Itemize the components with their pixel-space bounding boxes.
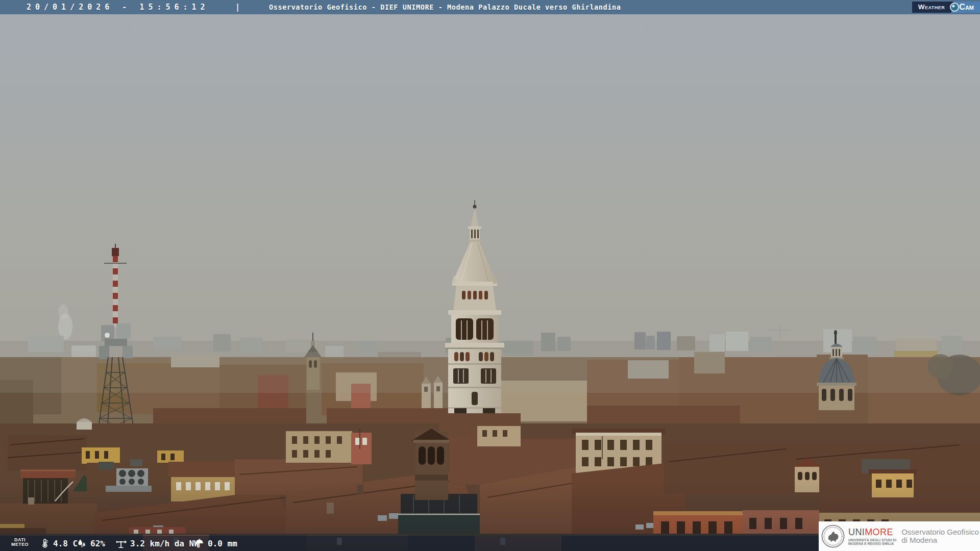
weathercam-weather-label: Weather (912, 2, 953, 13)
observatory-name: Osservatorio Geofisico di Modena (901, 528, 979, 545)
humidity-icon (76, 538, 87, 549)
unimore-wordmark: UNIMORE UNIVERSITÀ DEGLI STUDI DI MODENA… (848, 528, 896, 545)
weather-bar-label-line2: METEO (9, 542, 31, 547)
weather-bar-label: DATI METEO (9, 538, 31, 547)
white-cupola (77, 422, 92, 430)
unimore-seal-logo (821, 524, 845, 548)
timestamp: 20/01/2026 - 15:56:12 (27, 3, 209, 12)
umbrella-icon (194, 538, 205, 549)
wind-vane-icon (115, 538, 127, 549)
weathercam-logo: Weather Cam (912, 2, 980, 13)
humidity-value: 62% (90, 539, 105, 548)
unimore-branding: UNIMORE UNIVERSITÀ DEGLI STUDI DI MODENA… (819, 521, 980, 551)
webcam-view: 20/01/2026 - 15:56:12 | Osservatorio Geo… (0, 0, 980, 551)
humidity-reading: 62% (76, 536, 105, 551)
city-photo (0, 0, 980, 551)
weathercam-globe-icon (950, 3, 959, 12)
wind-value: 3.2 km/h da NW (130, 539, 199, 548)
unimore-text-more: MORE (865, 527, 893, 537)
rain-reading: 0.0 mm (194, 536, 237, 551)
temperature-value: 4.8 C (53, 539, 78, 548)
wind-reading: 3.2 km/h da NW (115, 536, 199, 551)
thermometer-icon (40, 538, 50, 549)
university-name-line1: UNIVERSITÀ DEGLI STUDI DI (848, 538, 896, 542)
rain-value: 0.0 mm (208, 539, 237, 548)
unimore-text-uni: UNI (848, 527, 865, 537)
header-bar: 20/01/2026 - 15:56:12 | Osservatorio Geo… (0, 0, 980, 14)
temperature-reading: 4.8 C (40, 536, 78, 551)
observatory-name-line1: Osservatorio Geofisico (901, 528, 979, 537)
university-name-line2: MODENA E REGGIO EMILIA (848, 542, 896, 545)
page-title: Osservatorio Geofisico - DIEF UNIMORE - … (269, 3, 621, 11)
header-separator: | (235, 3, 240, 12)
observatory-name-line2: di Modena (901, 536, 979, 545)
antenna-dish (104, 332, 110, 338)
